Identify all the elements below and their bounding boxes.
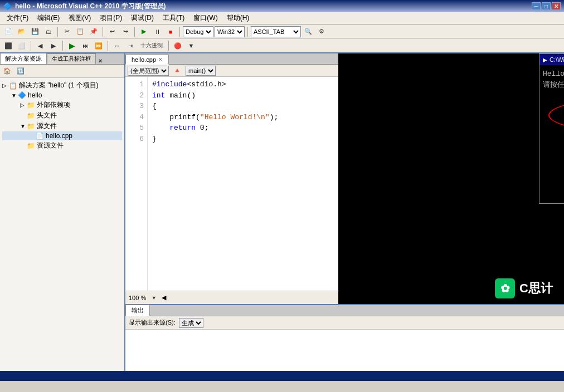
watermark-text: C思计: [519, 280, 553, 297]
stop-button[interactable]: ■: [164, 26, 177, 38]
debug-config-select[interactable]: Debug: [183, 26, 213, 37]
encoding-select[interactable]: ASCII_TAB: [251, 26, 301, 37]
sep-8: [108, 41, 108, 51]
new-file-button[interactable]: 📄: [2, 26, 14, 38]
toolbar-row-2: ⬛ ⬜ ◀ ▶ ▶ ⏭ ⏩ ↔ ⇥ 十六进制 🔴 ▼: [0, 39, 564, 53]
menu-help[interactable]: 帮助(H): [222, 12, 254, 24]
menu-window[interactable]: 窗口(W): [189, 12, 222, 24]
tree-file[interactable]: 📄 hello.cpp: [2, 131, 122, 140]
cmd-output-line1: Hello World!: [543, 68, 564, 80]
tree-headers[interactable]: 📁 头文件: [2, 110, 122, 121]
left-panel-tabs: 解决方案资源 生成工具标注框 ✕: [0, 53, 124, 65]
solution-tree: ▷ 📋 解决方案 "hello" (1 个项目) ▼ 🔷 hello ▷ 📁 外…: [0, 78, 124, 371]
find-button[interactable]: 🔍: [302, 26, 314, 38]
undo-button[interactable]: ↩: [106, 26, 118, 38]
sep-2: [103, 27, 103, 37]
editor-footer: 100 % ▼ ◀: [125, 291, 338, 304]
func-select[interactable]: main(): [186, 66, 216, 76]
tb2-btn3[interactable]: ◀: [34, 40, 46, 52]
red-ellipse-annotation: [548, 96, 564, 135]
sep-4: [179, 27, 180, 37]
bottom-panel: 输出 显示输出来源(S): 生成: [125, 304, 564, 371]
tb2-btn7[interactable]: ⏩: [93, 40, 105, 52]
save-button[interactable]: 💾: [29, 26, 41, 38]
redo-button[interactable]: ↪: [119, 26, 132, 38]
tree-resources[interactable]: 📁 资源文件: [2, 140, 122, 151]
tb2-btn9[interactable]: ⇥: [124, 40, 137, 52]
tab-close-icon[interactable]: ✕: [158, 57, 163, 62]
hello-cpp-tab[interactable]: hello.cpp ✕: [125, 55, 169, 65]
tree-project[interactable]: ▼ 🔷 hello: [2, 91, 122, 100]
tb2-nav1[interactable]: 🔴: [172, 40, 184, 52]
settings-button[interactable]: ⚙: [315, 26, 328, 38]
tree-solution[interactable]: ▷ 📋 解决方案 "hello" (1 个项目): [2, 80, 122, 91]
menu-edit[interactable]: 编辑(E): [33, 12, 64, 24]
tb2-btn2[interactable]: ⬜: [16, 40, 28, 52]
scope-select[interactable]: (全局范围): [128, 66, 169, 76]
open-button[interactable]: 📂: [16, 26, 28, 38]
sep-6: [31, 41, 31, 51]
window-controls: ─ □ ✕: [532, 2, 561, 10]
toolbar-row-1: 📄 📂 💾 🗂 ✂ 📋 📌 ↩ ↪ ▶ ⏸ ■ Debug Win32 ASCI…: [0, 24, 564, 39]
menu-bar: 文件(F) 编辑(E) 视图(V) 项目(P) 调试(D) 工具(T) 窗口(W…: [0, 12, 564, 24]
build-tools-tab[interactable]: 生成工具标注框: [47, 53, 96, 64]
sep-7: [62, 41, 63, 51]
tb2-btn8[interactable]: ↔: [111, 40, 123, 52]
tb2-nav2[interactable]: ▼: [185, 40, 197, 52]
cmd-icon: ▶: [543, 57, 547, 63]
paste-button[interactable]: 📌: [87, 26, 100, 38]
output-source-select[interactable]: 生成: [179, 318, 203, 328]
code-content[interactable]: #include<stdio.h> int main() { printf("H…: [148, 77, 338, 291]
tree-sources[interactable]: ▼ 📁 源文件: [2, 121, 122, 131]
cmd-output-line2: 请按任意键继续. . . _: [543, 80, 564, 91]
lp-btn2[interactable]: 🔃: [14, 65, 27, 77]
output-source-label: 显示输出来源(S):: [129, 318, 176, 327]
app-icon: 🔷: [3, 2, 12, 10]
run-button[interactable]: ▶: [138, 26, 150, 38]
editor-tabs: hello.cpp ✕: [125, 53, 338, 65]
menu-tools[interactable]: 工具(T): [158, 12, 189, 24]
cmd-body: Hello World! 请按任意键继续. . . _: [539, 65, 564, 203]
cmd-window[interactable]: ▶ C:\Windows\system32\cmd.exe ─ □ ✕ Hell…: [539, 53, 564, 204]
menu-project[interactable]: 项目(P): [95, 12, 127, 24]
lp-btn1[interactable]: 🏠: [1, 65, 13, 77]
line-numbers: 1 2 3 4 5 6: [125, 77, 148, 291]
watermark: ✿ C思计: [495, 278, 553, 298]
wechat-icon: ✿: [495, 278, 515, 298]
tb2-btn6[interactable]: ⏭: [79, 40, 91, 52]
menu-debug[interactable]: 调试(D): [127, 12, 158, 24]
code-editor[interactable]: 1 2 3 4 5 6 #include<stdio.h> int main()…: [125, 77, 338, 291]
cut-button[interactable]: ✂: [61, 26, 73, 38]
menu-view[interactable]: 视图(V): [64, 12, 95, 24]
tb2-btn5[interactable]: ▶: [66, 40, 78, 52]
scroll-left-icon[interactable]: ◀: [162, 294, 166, 301]
minimize-button[interactable]: ─: [532, 2, 541, 10]
menu-file[interactable]: 文件(F): [2, 12, 33, 24]
tb2-btn4[interactable]: ▶: [47, 40, 60, 52]
tree-deps[interactable]: ▷ 📁 外部依赖项: [2, 100, 122, 110]
status-bar: [0, 371, 564, 381]
pause-button[interactable]: ⏸: [151, 26, 163, 38]
editor-area: hello.cpp ✕ (全局范围) 🔺 main(): [125, 53, 338, 304]
cmd-titlebar: ▶ C:\Windows\system32\cmd.exe ─ □ ✕: [539, 54, 564, 65]
tb2-hex[interactable]: 十六进制: [138, 40, 166, 52]
left-panel-close[interactable]: ✕: [98, 58, 103, 64]
title-bar: 🔷 hello - Microsoft Visual C++ 2010 学习版(…: [0, 0, 564, 12]
solution-explorer-tab[interactable]: 解决方案资源: [0, 53, 47, 64]
close-button[interactable]: ✕: [552, 2, 561, 10]
cmd-title: C:\Windows\system32\cmd.exe: [550, 56, 564, 63]
zoom-down-button[interactable]: ▼: [149, 293, 158, 302]
bottom-tabs: 输出: [125, 305, 564, 316]
output-tab[interactable]: 输出: [125, 305, 150, 316]
maximize-button[interactable]: □: [542, 2, 551, 10]
tb2-btn1[interactable]: ⬛: [2, 40, 14, 52]
platform-select[interactable]: Win32: [215, 26, 245, 37]
left-panel: 解决方案资源 生成工具标注框 ✕ 🏠 🔃 ▷ 📋 解决方案 "hello" (1…: [0, 53, 125, 371]
copy-button[interactable]: 📋: [74, 26, 86, 38]
save-all-button[interactable]: 🗂: [42, 26, 55, 38]
editor-header: (全局范围) 🔺 main(): [125, 65, 338, 77]
sep-3: [134, 27, 135, 37]
sep-5: [247, 27, 248, 37]
left-panel-toolbar: 🏠 🔃: [0, 65, 124, 78]
zoom-level: 100 %: [129, 295, 146, 301]
